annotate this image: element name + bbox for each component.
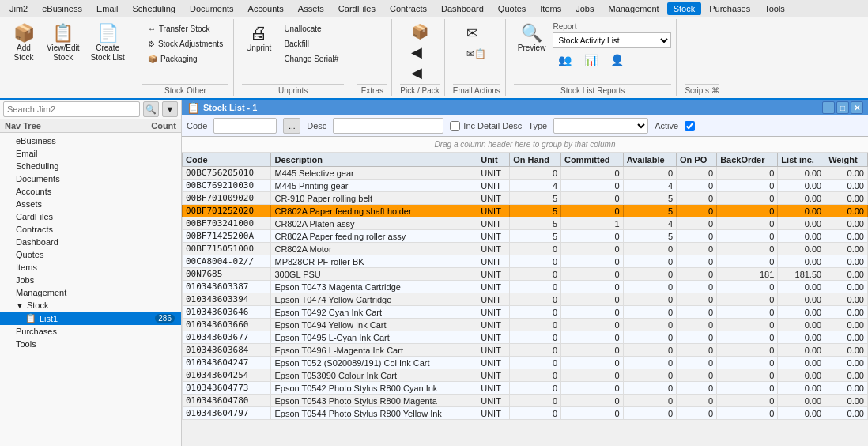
table-wrap[interactable]: Code Description Unit On Hand Committed … (182, 153, 868, 446)
transfer-stock-button[interactable]: ↔ Transfer Stock (142, 22, 228, 36)
table-row[interactable]: 00BF701252020CR802A Paper feeding shaft … (183, 205, 868, 217)
stock-report-select[interactable]: Stock Activity List Stock Valuation Stoc… (553, 32, 671, 48)
email-btn2[interactable]: ✉📋 (461, 46, 492, 62)
menu-item-assets[interactable]: Assets (292, 2, 330, 15)
table-body: 00BC756205010M445 Selective gearUNIT0000… (183, 167, 868, 420)
menu-item-jim2[interactable]: Jim2 (3, 2, 34, 15)
add-stock-button[interactable]: 📦 AddStock (8, 22, 40, 65)
preview-button[interactable]: 🔍 Preview (514, 22, 550, 55)
table-row[interactable]: 00BF701009020CR-910 Paper rolling beltUN… (183, 192, 868, 205)
window-maximize-button[interactable]: □ (836, 101, 849, 114)
pickpack-btn1[interactable]: 📦 (407, 22, 432, 41)
pickpack-btn2[interactable]: ◀ (407, 43, 432, 62)
sidebar-item-assets[interactable]: Assets (0, 198, 181, 210)
table-row[interactable]: 00BF71425200ACR802A Paper feeding roller… (183, 230, 868, 243)
stock-adjustments-button[interactable]: ⚙ Stock Adjustments (142, 37, 228, 51)
menu-item-jobs[interactable]: Jobs (569, 2, 600, 15)
ribbon-group-unprints: 🖨 Unprint Unallocate Backfill Change Ser… (237, 19, 349, 96)
table-row[interactable]: 00BC756205010M445 Selective gearUNIT0000… (183, 167, 868, 180)
create-stock-list-button[interactable]: 📄 CreateStock List (87, 22, 129, 65)
col-list-inc[interactable]: List inc. (778, 153, 825, 167)
col-available[interactable]: Available (623, 153, 676, 167)
table-row[interactable]: 00BF715051000CR802A MotorUNIT000000.000.… (183, 243, 868, 255)
sidebar-item-email[interactable]: Email (0, 147, 181, 160)
sidebar-item-purchases[interactable]: Purchases (0, 325, 181, 338)
unallocate-button[interactable]: Unallocate (278, 22, 344, 36)
col-on-po[interactable]: On PO (677, 153, 717, 167)
search-input[interactable] (3, 101, 140, 117)
sidebar-item-dashboard[interactable]: Dashboard (0, 236, 181, 248)
sidebar-item-accounts[interactable]: Accounts (0, 185, 181, 198)
search-button[interactable]: 🔍 (143, 101, 159, 117)
table-row[interactable]: 010343603660Epson T0494 Yellow Ink CartU… (183, 319, 868, 331)
report-btn1[interactable]: 👥 (553, 51, 577, 69)
table-row[interactable]: 010343603684Epson T0496 L-Magenta Ink Ca… (183, 344, 868, 357)
sidebar-item-jobs[interactable]: Jobs (0, 274, 181, 286)
change-serial-button[interactable]: Change Serial# (278, 52, 344, 66)
email-btn1[interactable]: ✉ (461, 22, 492, 44)
window-controls: _ □ ✕ (822, 101, 863, 114)
menu-item-management[interactable]: Management (602, 2, 665, 15)
table-row[interactable]: 010343604247Epson T052 (S020089/191) Col… (183, 357, 868, 369)
pickpack-btn3[interactable]: ◀ (407, 63, 432, 82)
sidebar-item-documents[interactable]: Documents (0, 172, 181, 185)
sidebar-item-management[interactable]: Management (0, 286, 181, 299)
table-row[interactable]: 010343603387Epson T0473 Magenta Cartridg… (183, 281, 868, 293)
col-description[interactable]: Description (271, 153, 477, 167)
window-close-button[interactable]: ✕ (851, 101, 863, 114)
col-on-hand[interactable]: On Hand (510, 153, 561, 167)
sidebar-item-tools[interactable]: Tools (0, 338, 181, 350)
inc-detail-desc-checkbox[interactable] (450, 121, 460, 131)
report-btn3[interactable]: 👤 (605, 51, 629, 69)
table-row[interactable]: 00BC769210030M445 Printing gearUNIT40400… (183, 180, 868, 192)
menu-item-items[interactable]: Items (534, 2, 568, 15)
menu-item-documents[interactable]: Documents (183, 2, 240, 15)
window-minimize-button[interactable]: _ (822, 101, 835, 114)
table-row[interactable]: 010343604254Epson T053090 Colour Ink Car… (183, 369, 868, 382)
sidebar-item-stock[interactable]: ▼ Stock (0, 299, 181, 312)
backfill-button[interactable]: Backfill (278, 37, 344, 51)
sidebar-item-list1[interactable]: 📋 List1 286 (0, 312, 181, 325)
unprint-button[interactable]: 🖨 Unprint (242, 22, 275, 55)
menu-item-accounts[interactable]: Accounts (242, 2, 290, 15)
sidebar-item-contracts[interactable]: Contracts (0, 223, 181, 236)
table-row[interactable]: 010343604780Epson T0543 Photo Stylus R80… (183, 395, 868, 407)
type-filter-select[interactable] (553, 118, 648, 134)
col-code[interactable]: Code (183, 153, 271, 167)
table-row[interactable]: 010343604773Epson T0542 Photo Stylus R80… (183, 382, 868, 395)
search-options-button[interactable]: ▼ (162, 101, 178, 117)
menu-item-quotes[interactable]: Quotes (492, 2, 532, 15)
active-filter-checkbox[interactable] (685, 121, 695, 131)
sidebar-item-cardfiles[interactable]: CardFiles (0, 210, 181, 223)
table-row[interactable]: 010343604797Epson T0544 Photo Stylus R80… (183, 407, 868, 420)
col-backorder[interactable]: BackOrder (717, 153, 778, 167)
table-row[interactable]: 00N7685300GL PSUUNIT0000181181.500.00 (183, 268, 868, 281)
menu-item-scheduling[interactable]: Scheduling (126, 2, 182, 15)
table-row[interactable]: 00BF703241000CR802A Platen assyUNIT51400… (183, 217, 868, 230)
sidebar-item-quotes[interactable]: Quotes (0, 248, 181, 261)
menu-item-stock[interactable]: Stock (667, 2, 702, 15)
desc-filter-input[interactable] (333, 118, 443, 134)
table-row[interactable]: 00CA8004-02//MP828CR PF roller BKUNIT000… (183, 255, 868, 268)
col-weight[interactable]: Weight (825, 153, 868, 167)
menu-item-purchases[interactable]: Purchases (703, 2, 757, 15)
menu-item-cardfiles[interactable]: CardFiles (332, 2, 382, 15)
menu-item-dashboard[interactable]: Dashboard (435, 2, 490, 15)
col-unit[interactable]: Unit (477, 153, 510, 167)
sidebar-item-items[interactable]: Items (0, 261, 181, 274)
menu-item-ebusiness[interactable]: eBusiness (36, 2, 89, 15)
code-filter-input[interactable] (213, 118, 277, 134)
report-btn2[interactable]: 📊 (579, 51, 603, 69)
table-row[interactable]: 010343603677Epson T0495 L-Cyan Ink CartU… (183, 331, 868, 344)
menu-item-tools[interactable]: Tools (758, 2, 791, 15)
table-row[interactable]: 010343603394Epson T0474 Yellow Cartridge… (183, 293, 868, 306)
menu-item-email[interactable]: Email (90, 2, 125, 15)
menu-item-contracts[interactable]: Contracts (383, 2, 433, 15)
table-row[interactable]: 010343603646Epson T0492 Cyan Ink CartUNI… (183, 306, 868, 319)
code-filter-button[interactable]: ... (283, 118, 300, 134)
view-edit-stock-button[interactable]: 📋 View/EditStock (43, 22, 84, 65)
packaging-button[interactable]: 📦 Packaging (142, 52, 228, 66)
sidebar-item-ebusiness[interactable]: eBusiness (0, 134, 181, 147)
col-committed[interactable]: Committed (561, 153, 624, 167)
sidebar-item-scheduling[interactable]: Scheduling (0, 160, 181, 172)
